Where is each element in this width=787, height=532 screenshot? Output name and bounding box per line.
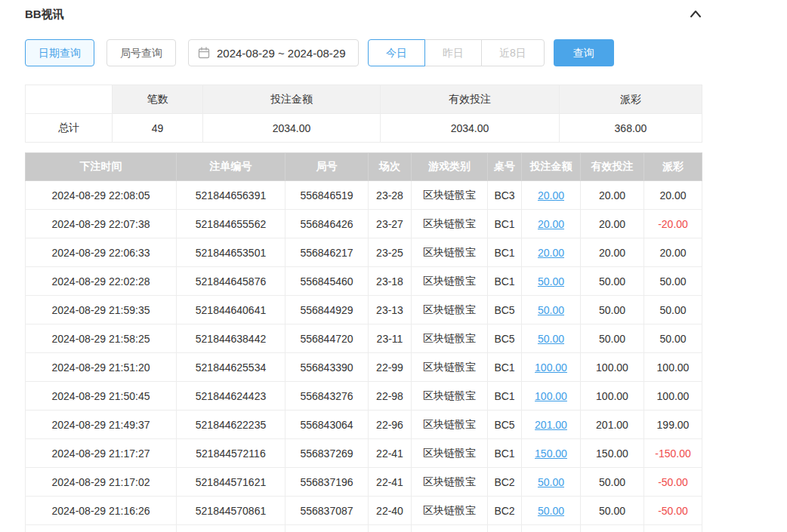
cell-round-id: 556845460 bbox=[285, 267, 369, 296]
bet-amount-link[interactable]: 50.00 bbox=[538, 476, 564, 488]
bet-table-header-row: 下注时间 注单编号 局号 场次 游戏类别 桌号 投注金额 有效投注 派彩 bbox=[26, 153, 702, 181]
cell-bet-id: 521844572116 bbox=[177, 439, 285, 468]
summary-total-row: 总计 49 2034.00 2034.00 368.00 bbox=[26, 114, 702, 143]
quick-yesterday-button[interactable]: 昨日 bbox=[424, 39, 482, 66]
bet-amount-link[interactable]: 50.00 bbox=[538, 275, 564, 288]
calendar-icon bbox=[198, 47, 210, 59]
cell-bet-id: 521844655562 bbox=[177, 210, 285, 238]
cell-bet: 100.00 bbox=[522, 353, 581, 382]
quick-last8days-button[interactable]: 近8日 bbox=[481, 39, 545, 66]
cell-round-id: 556846519 bbox=[285, 181, 369, 210]
table-row: 2024-08-29 21:16:26521844570861556837087… bbox=[26, 497, 702, 525]
cell-payout: -20.00 bbox=[644, 210, 702, 238]
cell-valid: 150.00 bbox=[581, 439, 644, 468]
cell-game: 区块链骰宝 bbox=[412, 497, 488, 525]
filter-bar: 日期查询 局号查询 2024-08-29 ~ 2024-08-29 今日 昨日 … bbox=[25, 39, 762, 66]
cell-table-no: BC2 bbox=[488, 468, 522, 497]
cell-time: 2024-08-29 21:49:37 bbox=[26, 411, 177, 439]
cell-valid: 100.00 bbox=[581, 382, 644, 411]
cell-game: 区块链骰宝 bbox=[412, 324, 488, 353]
cell-session: 22-40 bbox=[369, 497, 412, 525]
cell-valid: 20.00 bbox=[581, 210, 644, 238]
quick-today-button[interactable]: 今日 bbox=[368, 39, 425, 66]
col-header-game-type: 游戏类别 bbox=[412, 153, 488, 181]
table-row: 2024-08-29 22:08:05521844656391556846519… bbox=[26, 181, 702, 210]
bet-amount-link[interactable]: 100.00 bbox=[535, 361, 567, 374]
cell-payout: -50.00 bbox=[644, 497, 702, 525]
date-range-picker[interactable]: 2024-08-29 ~ 2024-08-29 bbox=[188, 39, 359, 66]
col-header-bet-amount: 投注金额 bbox=[522, 153, 581, 181]
summary-total-label: 总计 bbox=[26, 114, 113, 143]
cell-bet-id: 521844622235 bbox=[177, 411, 285, 439]
cell-time: 2024-08-29 21:59:35 bbox=[26, 296, 177, 324]
bet-amount-link[interactable]: 50.00 bbox=[538, 304, 564, 316]
bet-amount-link[interactable]: 201.00 bbox=[535, 419, 567, 431]
cell-game: 区块链骰宝 bbox=[412, 439, 488, 468]
tab-round-query[interactable]: 局号查询 bbox=[106, 39, 176, 66]
cell-table-no: BC5 bbox=[488, 296, 522, 324]
cell-time: 2024-08-29 21:17:02 bbox=[26, 468, 177, 497]
table-row: 2024-08-29 22:02:28521844645876556845460… bbox=[26, 267, 702, 296]
cell-time: 2024-08-29 22:08:05 bbox=[26, 181, 177, 210]
table-row: 2024-08-29 21:17:02521844571621556837196… bbox=[26, 468, 702, 497]
cell-table-no: BC1 bbox=[488, 353, 522, 382]
col-header-table-no: 桌号 bbox=[488, 153, 522, 181]
cell-payout: 50.00 bbox=[644, 267, 702, 296]
cell-session: 23-11 bbox=[369, 324, 412, 353]
tab-date-query[interactable]: 日期查询 bbox=[25, 39, 94, 66]
summary-count-value: 49 bbox=[113, 114, 203, 143]
table-row: 2024-08-29 21:17:27521844572116556837269… bbox=[26, 439, 702, 468]
search-button[interactable]: 查询 bbox=[554, 39, 614, 66]
col-header-session: 场次 bbox=[369, 153, 412, 181]
cell-session: 23-18 bbox=[369, 267, 412, 296]
cell-game: 区块链骰宝 bbox=[412, 382, 488, 411]
summary-bet-amount-value: 2034.00 bbox=[203, 114, 381, 143]
cell-time: 2024-08-29 21:50:45 bbox=[26, 382, 177, 411]
cell-session: 22-98 bbox=[369, 382, 412, 411]
table-row-partial bbox=[26, 525, 702, 532]
cell-time: 2024-08-29 21:17:27 bbox=[26, 439, 177, 468]
cell-valid: 20.00 bbox=[581, 238, 644, 267]
summary-header-valid-bet: 有效投注 bbox=[381, 85, 560, 114]
bet-table-body: 2024-08-29 22:08:05521844656391556846519… bbox=[26, 181, 702, 532]
cell-game: 区块链骰宝 bbox=[412, 238, 488, 267]
cell-valid: 50.00 bbox=[581, 324, 644, 353]
bet-amount-link[interactable]: 20.00 bbox=[538, 247, 564, 259]
cell-time: 2024-08-29 22:06:33 bbox=[26, 238, 177, 267]
cell-round-id: 556843390 bbox=[285, 353, 369, 382]
cell-payout: -150.00 bbox=[644, 439, 702, 468]
cell-session: 22-41 bbox=[369, 439, 412, 468]
collapse-button[interactable] bbox=[690, 9, 702, 20]
table-row: 2024-08-29 22:06:33521844653501556846217… bbox=[26, 238, 702, 267]
col-header-valid-bet: 有效投注 bbox=[581, 153, 644, 181]
cell-round-id: 556837269 bbox=[285, 439, 369, 468]
cell-bet-id: 521844645876 bbox=[177, 267, 285, 296]
col-header-round-id: 局号 bbox=[285, 153, 369, 181]
bet-amount-link[interactable]: 20.00 bbox=[538, 218, 564, 230]
cell-bet-id: 521844638442 bbox=[177, 324, 285, 353]
cell-bet: 20.00 bbox=[522, 210, 581, 238]
bet-amount-link[interactable]: 50.00 bbox=[538, 333, 564, 345]
cell-round-id: 556844720 bbox=[285, 324, 369, 353]
cell-game: 区块链骰宝 bbox=[412, 267, 488, 296]
cell-bet-id: 521844625534 bbox=[177, 353, 285, 382]
cell-bet: 50.00 bbox=[522, 468, 581, 497]
bet-amount-link[interactable]: 100.00 bbox=[535, 390, 567, 402]
cell-bet-id: 521844640641 bbox=[177, 296, 285, 324]
panel-title: BB视讯 bbox=[25, 8, 64, 22]
cell-table-no: BC1 bbox=[488, 267, 522, 296]
cell-payout: 50.00 bbox=[644, 296, 702, 324]
bet-amount-link[interactable]: 50.00 bbox=[538, 505, 564, 517]
cell-table-no: BC5 bbox=[488, 324, 522, 353]
cell-bet: 20.00 bbox=[522, 181, 581, 210]
cell-table-no: BC1 bbox=[488, 210, 522, 238]
cell-game: 区块链骰宝 bbox=[412, 411, 488, 439]
bet-amount-link[interactable]: 20.00 bbox=[538, 189, 564, 201]
cell-session: 23-28 bbox=[369, 181, 412, 210]
cell-valid: 50.00 bbox=[581, 267, 644, 296]
cell-session: 23-13 bbox=[369, 296, 412, 324]
date-range-value: 2024-08-29 ~ 2024-08-29 bbox=[217, 47, 346, 60]
cell-bet: 20.00 bbox=[522, 238, 581, 267]
bet-amount-link[interactable]: 150.00 bbox=[535, 447, 567, 460]
cell-valid: 20.00 bbox=[581, 181, 644, 210]
